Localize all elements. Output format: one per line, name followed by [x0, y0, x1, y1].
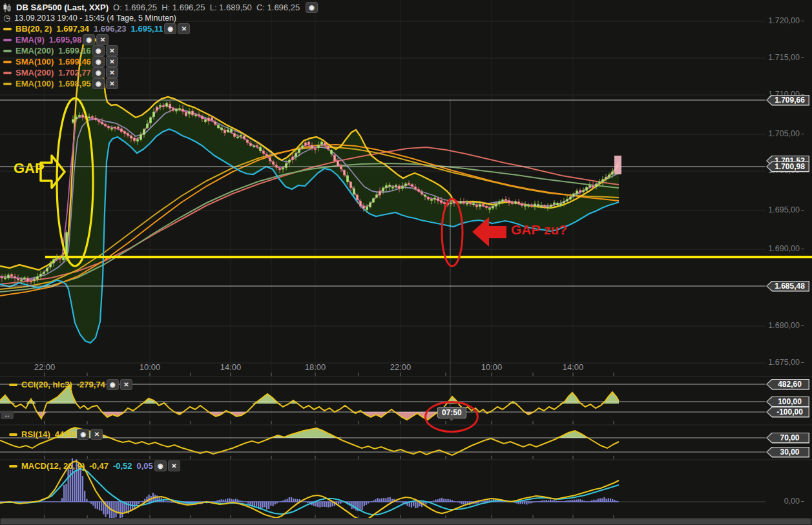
price-marker-badge[interactable]: -100,00 [766, 407, 809, 418]
indicator-settings-button-cci[interactable]: ◉ [107, 379, 119, 390]
indicator-close-button-sma100[interactable]: ✕ [106, 56, 118, 67]
indicator-close-button-ema200[interactable]: ✕ [106, 45, 118, 56]
time-axis-label: 14:00 [563, 362, 584, 372]
axis-label-text: 1.715,00 [768, 53, 800, 62]
price-marker-badge[interactable]: 100,00 [766, 396, 809, 407]
legend-macd[interactable]: MACD(12, 26, 9)-0,47-0,520,05◉✕ [9, 460, 180, 471]
indicator-settings-button-bb[interactable]: ◉ [164, 23, 176, 34]
annotation-red-ellipse-tooltip[interactable] [424, 401, 479, 433]
indicator-settings-button-ema9[interactable]: ◉ [83, 34, 95, 45]
legend-value-bb-0: 1.697,34 [56, 24, 89, 34]
price-axis-label: 0,00 [765, 497, 804, 506]
legend-swatch-cci [9, 384, 17, 386]
indicator-close-button-rsi[interactable]: ✕ [90, 429, 103, 440]
axis-tick [801, 362, 804, 363]
indicator-settings-button-sma200[interactable]: ◉ [92, 67, 105, 78]
legend-row-ema9[interactable]: EMA(9)1.695,98◉✕ [3, 34, 190, 45]
indicator-settings-button-ema200[interactable]: ◉ [92, 45, 105, 56]
legend-swatch-ema9 [3, 39, 12, 41]
indicator-settings-button-rsi[interactable]: ◉ [77, 429, 89, 440]
legend-value-macd-1: -0,52 [113, 461, 132, 471]
legend-swatch-sma200 [3, 72, 12, 74]
axis-label-text: 1.680,00 [768, 321, 800, 330]
last-candle-highlight [614, 156, 621, 174]
legend-row-sma200[interactable]: SMA(200)1.702,77◉✕ [3, 67, 190, 78]
axis-ticks [45, 373, 614, 519]
annotation-gap-label[interactable]: GAP [14, 160, 45, 177]
trading-chart-window: DB S&P500 (Last, XXP) O: 1.696,25 H: 1.6… [0, 0, 812, 525]
badge-value: -100,00 [771, 407, 808, 418]
legend-row-bb[interactable]: BB(20, 2)1.697,341.696,231.695,11◉✕ [3, 23, 190, 34]
price-marker-badge[interactable]: 30,00 [766, 447, 809, 458]
indicator-settings-button-ema100[interactable]: ◉ [92, 78, 105, 89]
axis-tick [801, 57, 804, 58]
axis-label-text: 1.720,00 [768, 16, 800, 25]
badge-value: 70,00 [771, 433, 808, 444]
axis-tick [801, 21, 804, 21]
legend-swatch-rsi [9, 433, 17, 436]
badge-value: 1.685,48 [771, 281, 808, 292]
indicator-close-button-bb[interactable]: ✕ [178, 23, 190, 34]
axis-label-text: 1.690,00 [768, 244, 800, 253]
time-axis-label: 10:00 [140, 362, 161, 372]
legend-swatch-ema200 [3, 50, 12, 52]
time-axis-label: 18:00 [305, 362, 326, 372]
price-axis-label: 1.720,00 [765, 16, 804, 25]
axis-tick [801, 134, 804, 134]
price-axis-label: 1.675,00 [765, 358, 804, 367]
badge-value: 1.709,66 [771, 95, 808, 106]
legend-swatch-bb [3, 28, 12, 30]
legend-value-ema200-0: 1.699,16 [58, 46, 91, 56]
legend-row-ema100[interactable]: EMA(100)1.698,95◉✕ [3, 78, 190, 89]
price-marker-badge[interactable]: 482,60 [766, 379, 809, 390]
indicator-close-button-ema9[interactable]: ✕ [96, 34, 109, 45]
time-axis-label: 14:00 [220, 362, 242, 372]
indicator-settings-button-macd[interactable]: ◉ [154, 460, 167, 471]
legend-value-sma200-0: 1.702,77 [58, 68, 91, 77]
price-marker-badge[interactable]: 1.709,66 [766, 95, 809, 106]
candlestick-icon [3, 3, 12, 12]
chart-settings-button[interactable]: ◉ [306, 2, 318, 13]
legend-label-rsi: RSI(14) [21, 429, 50, 439]
legend-label-ema100: EMA(100) [16, 79, 54, 88]
time-axis-label: 22:00 [390, 362, 411, 372]
ohlc-values: O: 1.696,25 H: 1.696,25 L: 1.689,50 C: 1… [113, 3, 300, 12]
legend-row-ema200[interactable]: EMA(200)1.699,16◉✕ [3, 45, 190, 56]
price-marker-badge[interactable]: 70,00 [766, 433, 809, 444]
scrollbar-thumb[interactable] [1, 519, 811, 524]
legend-value-bb-2: 1.695,11 [131, 24, 163, 34]
indicator-close-button-sma200[interactable]: ✕ [106, 67, 118, 78]
indicator-legend: BB(20, 2)1.697,341.696,231.695,11◉✕EMA(9… [3, 23, 190, 89]
indicator-settings-button-sma100[interactable]: ◉ [92, 56, 105, 67]
legend-value-macd-2: 0,05 [137, 461, 153, 471]
legend-cci[interactable]: CCI(20, hlc3)-279,74◉✕ [9, 379, 132, 390]
timeframe-row: ◷ 13.09.2013 19:40 - 15:45 (4 Tage, 5 Mi… [3, 13, 176, 23]
annotation-gap-zu-label[interactable]: GAP zu? [511, 222, 567, 238]
legend-row-sma100[interactable]: SMA(100)1.699,46◉✕ [3, 56, 190, 67]
legend-rsi[interactable]: RSI(14)44,69◉✕ [9, 429, 103, 440]
timeframe-text: 13.09.2013 19:40 - 15:45 (4 Tage, 5 Minu… [14, 14, 176, 23]
price-axis-label: 1.690,00 [765, 244, 804, 253]
axis-label-text: 0,00 [784, 497, 800, 506]
legend-value-ema100-0: 1.698,95 [58, 79, 91, 88]
axis-tick [801, 249, 804, 249]
price-marker-badge[interactable]: 1.700,98 [766, 161, 809, 172]
legend-label-bb: BB(20, 2) [16, 24, 52, 34]
horizontal-scrollbar[interactable] [0, 518, 812, 525]
legend-label-cci: CCI(20, hlc3) [21, 380, 72, 389]
legend-swatch-ema100 [3, 83, 12, 85]
legend-value-rsi-0: 44,69 [55, 429, 76, 439]
rsi-pane [0, 427, 765, 455]
legend-label-macd: MACD(12, 26, 9) [21, 461, 85, 471]
indicator-close-button-ema100[interactable]: ✕ [106, 78, 118, 89]
price-axis-label: 1.715,00 [765, 53, 804, 62]
price-marker-badge[interactable]: 1.685,48 [766, 281, 809, 292]
indicator-close-button-cci[interactable]: ✕ [120, 379, 132, 390]
instrument-header: DB S&P500 (Last, XXP) O: 1.696,25 H: 1.6… [3, 2, 318, 13]
pane-scroll-handle[interactable]: ↔ [1, 411, 14, 419]
legend-value-sma100-0: 1.699,46 [58, 57, 91, 67]
indicator-close-button-macd[interactable]: ✕ [168, 460, 180, 471]
axis-tick [801, 325, 804, 326]
legend-swatch-sma100 [3, 61, 12, 63]
time-axis-label: 22:00 [34, 362, 56, 372]
